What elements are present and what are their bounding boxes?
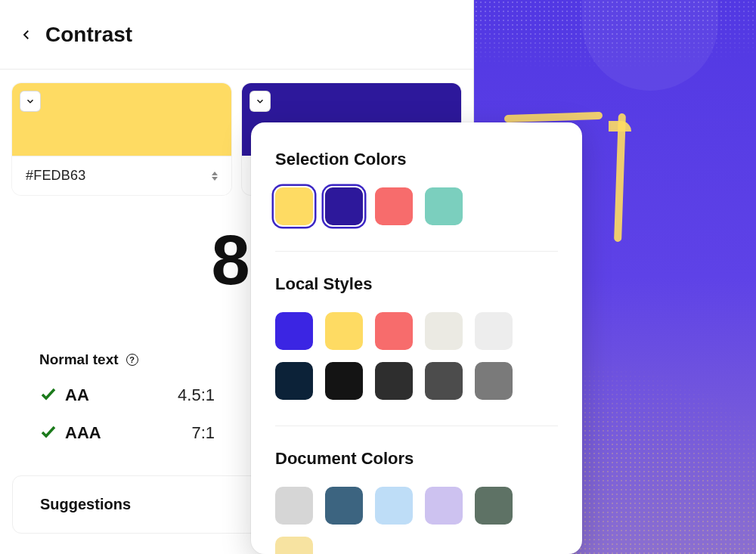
foreground-hex-value: #FEDB63 (26, 168, 85, 184)
swatch-row (275, 487, 558, 554)
color-swatch[interactable] (375, 487, 413, 525)
swatch-row (275, 187, 558, 225)
color-swatch[interactable] (375, 312, 413, 350)
color-section: Local Styles (275, 274, 558, 426)
color-swatch[interactable] (475, 487, 513, 525)
color-swatch[interactable] (325, 487, 363, 525)
rating-row: AAA 7:1 (39, 422, 215, 444)
decorative-stroke (504, 112, 603, 123)
color-swatch[interactable] (275, 537, 313, 554)
rating-value: 4.5:1 (178, 385, 215, 405)
check-icon (39, 385, 57, 406)
background-color-dropdown[interactable] (249, 91, 271, 112)
color-swatch[interactable] (325, 312, 363, 350)
color-picker-popover: Selection ColorsLocal StylesDocument Col… (251, 122, 582, 554)
chevron-left-icon (20, 27, 33, 42)
foreground-hex-input[interactable]: #FEDB63 (12, 156, 231, 195)
color-section: Selection Colors (275, 150, 558, 252)
divider (275, 426, 558, 426)
color-swatch[interactable] (325, 362, 363, 400)
color-swatch[interactable] (375, 362, 413, 400)
color-swatch[interactable] (475, 362, 513, 400)
color-swatch[interactable] (425, 312, 463, 350)
rating-value: 7:1 (191, 423, 215, 443)
panel-title: Contrast (45, 23, 132, 47)
color-swatch[interactable] (275, 362, 313, 400)
color-swatch[interactable] (425, 187, 463, 225)
color-swatch[interactable] (375, 187, 413, 225)
color-swatch[interactable] (275, 187, 313, 225)
rating-row: AA 4.5:1 (39, 385, 215, 406)
contrast-panel: Contrast #FEDB63 8.84 (0, 0, 474, 554)
foreground-color-dropdown[interactable] (20, 91, 41, 112)
color-swatch[interactable] (425, 362, 463, 400)
panel-header: Contrast (0, 0, 473, 70)
color-swatch[interactable] (275, 312, 313, 350)
info-icon[interactable]: ? (126, 354, 138, 366)
rating-label: AAA (65, 423, 101, 443)
color-swatch[interactable] (275, 487, 313, 525)
color-section: Document Colors (275, 449, 558, 554)
chevron-down-icon (255, 96, 265, 107)
rating-label: AA (65, 385, 89, 405)
decorative-shape (582, 0, 718, 91)
stepper-icon (212, 172, 218, 181)
foreground-color-preview[interactable] (12, 83, 231, 156)
check-icon (39, 422, 57, 444)
rating-header-text: Normal text (39, 351, 119, 368)
color-section-title: Selection Colors (275, 150, 558, 169)
decorative-stroke (614, 113, 626, 242)
color-section-title: Local Styles (275, 274, 558, 294)
color-swatch[interactable] (425, 487, 463, 525)
back-button[interactable] (20, 28, 33, 42)
foreground-color-card: #FEDB63 (12, 83, 231, 195)
divider (275, 251, 558, 252)
swatch-row (275, 312, 558, 400)
color-section-title: Document Colors (275, 449, 558, 469)
color-swatch[interactable] (475, 312, 513, 350)
chevron-down-icon (25, 96, 36, 107)
color-swatch[interactable] (325, 187, 363, 225)
